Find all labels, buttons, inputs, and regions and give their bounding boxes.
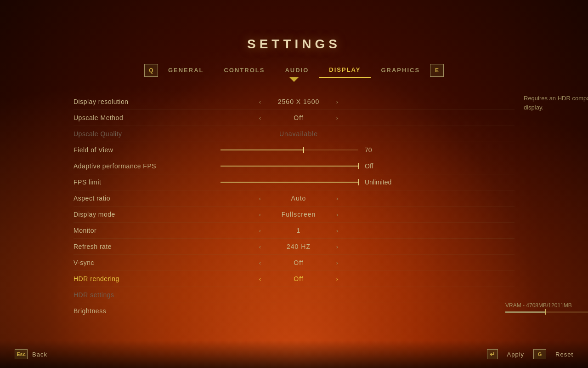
slider-wrap-field-of-view: 70 — [220, 146, 423, 154]
arrow-right-v-sync[interactable]: › — [334, 259, 341, 266]
vram-bar-track — [505, 311, 588, 313]
row-v-sync: V-sync ‹ Off › — [74, 255, 514, 271]
value-fps-limit: Unlimited — [365, 178, 401, 186]
row-fps-limit: FPS limit Unlimited — [74, 174, 514, 190]
arrow-left-refresh-rate[interactable]: ‹ — [256, 243, 264, 250]
slider-track-field-of-view[interactable] — [220, 150, 358, 150]
label-brightness: Brightness — [74, 307, 220, 315]
back-label[interactable]: Back — [32, 351, 47, 358]
label-display-resolution: Display resolution — [74, 98, 220, 105]
tab-key-right[interactable]: E — [430, 64, 444, 77]
control-hdr-rendering: ‹ Off › — [220, 275, 377, 282]
arrow-left-display-resolution[interactable]: ‹ — [256, 98, 264, 105]
vram-label: VRAM - 4708MB/12011MB — [505, 302, 588, 309]
slider-thumb-adaptive-fps[interactable] — [358, 163, 359, 169]
label-aspect-ratio: Aspect ratio — [74, 195, 220, 202]
row-upscale-method: Upscale Method ‹ Off › — [74, 110, 514, 126]
arrow-right-monitor[interactable]: › — [334, 227, 341, 234]
control-aspect-ratio: ‹ Auto › — [220, 195, 377, 202]
tab-controls[interactable]: CONTROLS — [214, 63, 275, 77]
arrow-left-display-mode[interactable]: ‹ — [256, 211, 264, 218]
back-key-badge: Esc — [15, 349, 28, 359]
arrow-right-hdr-rendering[interactable]: › — [334, 275, 341, 282]
vram-thumb — [545, 309, 546, 315]
control-v-sync: ‹ Off › — [220, 259, 377, 266]
arrow-left-hdr-rendering[interactable]: ‹ — [256, 275, 264, 282]
row-upscale-quality: Upscale Quality Unavailable — [74, 126, 514, 142]
row-adaptive-fps: Adaptive performance FPS Off — [74, 158, 514, 174]
label-upscale-method: Upscale Method — [74, 114, 220, 121]
slider-fill-adaptive-fps — [220, 166, 358, 167]
slider-track-fps-limit[interactable] — [220, 182, 358, 183]
reset-label[interactable]: Reset — [555, 351, 573, 358]
apply-label[interactable]: Apply — [507, 351, 525, 358]
apply-key-badge: ↵ — [487, 349, 498, 359]
arrow-right-refresh-rate[interactable]: › — [334, 243, 341, 250]
control-refresh-rate: ‹ 240 HZ › — [220, 243, 377, 250]
row-display-resolution: Display resolution ‹ 2560 X 1600 › — [74, 94, 514, 110]
tab-general[interactable]: GENERAL — [158, 63, 214, 77]
value-refresh-rate: 240 HZ — [271, 243, 326, 250]
value-v-sync: Off — [271, 259, 326, 266]
row-aspect-ratio: Aspect ratio ‹ Auto › — [74, 190, 514, 207]
arrow-left-v-sync[interactable]: ‹ — [256, 259, 264, 266]
label-upscale-quality: Upscale Quality — [74, 130, 220, 138]
control-display-mode: ‹ Fullscreen › — [220, 211, 377, 218]
page-title: SETTINGS — [247, 37, 341, 52]
vram-info: VRAM - 4708MB/12011MB — [496, 302, 588, 313]
arrow-left-upscale-method[interactable]: ‹ — [256, 114, 264, 121]
label-monitor: Monitor — [74, 227, 220, 234]
tab-section: Q GENERAL CONTROLS AUDIO DISPLAY GRAPHIC… — [144, 63, 444, 83]
row-monitor: Monitor ‹ 1 › — [74, 223, 514, 239]
tab-display[interactable]: DISPLAY — [319, 63, 371, 78]
row-brightness: Brightness — [74, 303, 514, 319]
control-display-resolution: ‹ 2560 X 1600 › — [220, 98, 377, 105]
footer-right: ↵ Apply G Reset — [487, 349, 574, 359]
label-refresh-rate: Refresh rate — [74, 243, 220, 250]
value-field-of-view: 70 — [365, 146, 401, 154]
label-field-of-view: Field of View — [74, 146, 220, 154]
value-hdr-rendering: Off — [271, 275, 326, 282]
tab-graphics[interactable]: GRAPHICS — [371, 63, 430, 77]
value-display-resolution: 2560 X 1600 — [271, 98, 326, 105]
slider-wrap-fps-limit: Unlimited — [220, 178, 423, 186]
footer-left: Esc Back — [15, 349, 47, 359]
slider-wrap-adaptive-fps: Off — [220, 162, 423, 170]
arrow-right-display-mode[interactable]: › — [334, 211, 341, 218]
arrow-right-aspect-ratio[interactable]: › — [334, 195, 341, 202]
value-display-mode: Fullscreen — [271, 211, 326, 218]
arrow-left-monitor[interactable]: ‹ — [256, 227, 264, 234]
settings-panel: SETTINGS Q GENERAL CONTROLS AUDIO DISPLA… — [0, 0, 588, 368]
reset-key-badge: G — [533, 349, 546, 359]
slider-fill-field-of-view — [220, 150, 303, 150]
label-fps-limit: FPS limit — [74, 178, 220, 186]
arrow-right-display-resolution[interactable]: › — [334, 98, 341, 105]
label-hdr-rendering: HDR rendering — [74, 275, 220, 282]
control-monitor: ‹ 1 › — [220, 227, 377, 234]
label-hdr-settings: HDR settings — [74, 291, 220, 299]
vram-bar-fill — [505, 311, 545, 313]
tab-key-left[interactable]: Q — [144, 64, 158, 77]
footer: Esc Back ↵ Apply G Reset — [0, 340, 588, 368]
control-upscale-method: ‹ Off › — [220, 114, 377, 121]
slider-track-adaptive-fps[interactable] — [220, 166, 358, 167]
row-hdr-settings: HDR settings — [74, 287, 514, 303]
row-display-mode: Display mode ‹ Fullscreen › — [74, 207, 514, 223]
tab-active-indicator — [289, 77, 299, 82]
row-field-of-view: Field of View 70 — [74, 142, 514, 158]
value-monitor: 1 — [271, 227, 326, 234]
row-hdr-rendering: HDR rendering ‹ Off › — [74, 271, 514, 287]
slider-thumb-field-of-view[interactable] — [303, 147, 304, 153]
slider-fill-fps-limit — [220, 182, 358, 183]
label-display-mode: Display mode — [74, 211, 220, 218]
value-aspect-ratio: Auto — [271, 195, 326, 202]
arrow-left-aspect-ratio[interactable]: ‹ — [256, 195, 264, 202]
settings-list: Display resolution ‹ 2560 X 1600 › Upsca… — [74, 94, 514, 319]
label-v-sync: V-sync — [74, 259, 220, 266]
label-adaptive-fps: Adaptive performance FPS — [74, 162, 220, 170]
slider-thumb-fps-limit[interactable] — [358, 179, 359, 185]
row-refresh-rate: Refresh rate ‹ 240 HZ › — [74, 239, 514, 255]
arrow-right-upscale-method[interactable]: › — [334, 114, 341, 121]
value-upscale-method: Off — [271, 114, 326, 121]
tab-audio[interactable]: AUDIO — [275, 63, 319, 77]
